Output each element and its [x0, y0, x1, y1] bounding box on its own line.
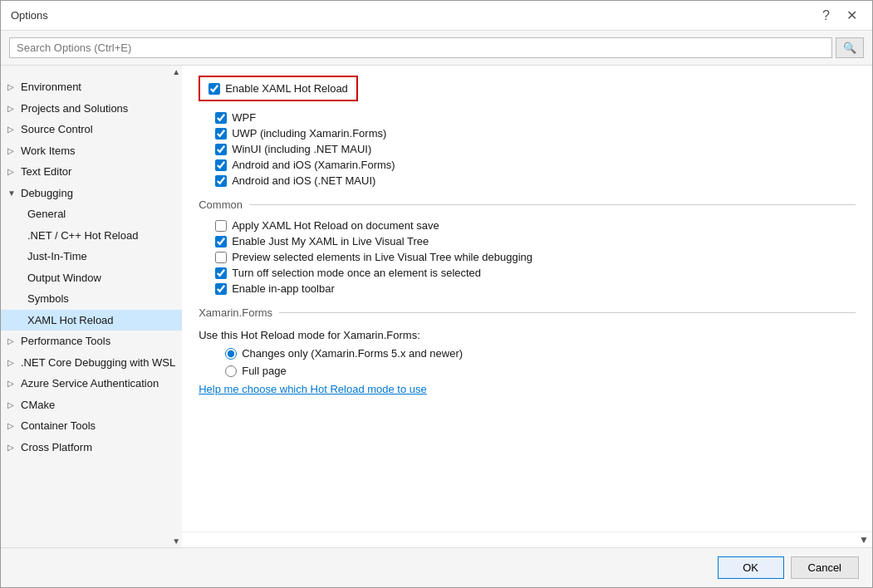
sidebar-item-debugging[interactable]: ▼ Debugging — [1, 183, 182, 204]
enable-xaml-checkbox[interactable] — [208, 83, 220, 95]
option-row-apply-on-save: Apply XAML Hot Reload on document save — [199, 218, 856, 233]
winui-checkbox[interactable] — [215, 144, 227, 155]
source-control-arrow: ▷ — [7, 123, 17, 135]
sidebar-item-general[interactable]: General — [1, 203, 182, 225]
sidebar-item-work-items[interactable]: ▷ Work Items — [1, 140, 182, 162]
preview-elements-checkbox[interactable] — [215, 252, 227, 263]
sidebar-item-environment[interactable]: ▷ Environment — [1, 76, 182, 98]
sidebar-item-azure-service-auth[interactable]: ▷ Azure Service Authentication — [1, 373, 182, 394]
sidebar-item-dotnet-cpp-hot-reload[interactable]: .NET / C++ Hot Reload — [1, 225, 182, 247]
option-row-uwp: UWP (including Xamarin.Forms) — [199, 125, 856, 141]
search-icon: 🔍 — [843, 42, 856, 54]
option-row-winui: WinUI (including .NET MAUI) — [199, 141, 856, 157]
radio-row-changes-only: Changes only (Xamarin.Forms 5.x and newe… — [199, 345, 856, 362]
sidebar-item-label: Source Control — [21, 121, 93, 138]
sidebar-item-output-window[interactable]: Output Window — [1, 267, 182, 289]
sidebar-item-just-in-time[interactable]: Just-In-Time — [1, 246, 182, 267]
sidebar-item-label: Work Items — [21, 143, 76, 159]
sidebar-item-label: .NET / C++ Hot Reload — [27, 228, 138, 244]
sidebar-item-label: Text Editor — [21, 164, 71, 180]
help-button[interactable]: ? — [817, 7, 835, 24]
turn-off-selection-checkbox[interactable] — [215, 267, 227, 279]
full-page-label[interactable]: Full page — [242, 365, 286, 377]
environment-arrow: ▷ — [7, 81, 17, 93]
container-tools-arrow: ▷ — [7, 419, 17, 432]
content-scroll-down-arrow[interactable]: ▼ — [859, 534, 869, 546]
enable-xaml-hot-reload-box: Enable XAML Hot Reload — [199, 76, 358, 101]
sidebar-item-label: CMake — [21, 397, 55, 414]
xamarin-description: Use this Hot Reload mode for Xamarin.For… — [199, 326, 856, 345]
cross-platform-arrow: ▷ — [7, 441, 17, 453]
android-ios-maui-label[interactable]: Android and iOS (.NET MAUI) — [232, 174, 375, 187]
changes-only-radio[interactable] — [225, 348, 237, 360]
in-app-toolbar-label[interactable]: Enable in-app toolbar — [232, 282, 335, 295]
scroll-up-arrow[interactable]: ▲ — [172, 67, 180, 76]
sidebar-item-text-editor[interactable]: ▷ Text Editor — [1, 161, 182, 183]
sidebar-scroll-down-area: ▼ — [1, 537, 182, 547]
dialog-title: Options — [11, 9, 48, 22]
sidebar-item-cross-platform[interactable]: ▷ Cross Platform — [1, 437, 182, 458]
content-scroll-bottom: ▼ — [182, 532, 872, 547]
sidebar-item-performance-tools[interactable]: ▷ Performance Tools — [1, 331, 182, 352]
sidebar-item-label: Projects and Solutions — [21, 100, 128, 117]
just-my-xaml-checkbox[interactable] — [215, 236, 227, 247]
sidebar-item-label: General — [27, 206, 66, 223]
android-ios-forms-checkbox[interactable] — [215, 159, 227, 171]
wpf-label[interactable]: WPF — [232, 111, 256, 124]
sidebar-item-label: Container Tools — [21, 418, 96, 434]
common-section-label: Common — [199, 198, 243, 211]
sidebar-item-label: Symbols — [27, 291, 69, 307]
in-app-toolbar-checkbox[interactable] — [215, 283, 227, 295]
option-row-android-ios-maui: Android and iOS (.NET MAUI) — [199, 173, 856, 189]
search-input[interactable] — [9, 37, 832, 58]
xamarin-section-divider: Xamarin.Forms — [199, 306, 856, 319]
option-row-preview-elements: Preview selected elements in Live Visual… — [199, 249, 856, 265]
sidebar-item-label: Output Window — [27, 270, 101, 287]
sidebar-item-xaml-hot-reload[interactable]: XAML Hot Reload — [1, 310, 182, 331]
wpf-checkbox[interactable] — [215, 112, 227, 124]
apply-on-save-label[interactable]: Apply XAML Hot Reload on document save — [232, 219, 439, 232]
sidebar-item-symbols[interactable]: Symbols — [1, 288, 182, 310]
uwp-label[interactable]: UWP (including Xamarin.Forms) — [232, 127, 386, 140]
sidebar-item-label: Performance Tools — [21, 333, 110, 350]
sidebar-item-label: .NET Core Debugging with WSL — [21, 355, 175, 371]
search-bar: 🔍 — [1, 31, 872, 66]
close-button[interactable]: ✕ — [841, 7, 862, 24]
cancel-button[interactable]: Cancel — [791, 556, 859, 579]
winui-label[interactable]: WinUI (including .NET MAUI) — [232, 143, 371, 155]
xamarin-section-label: Xamarin.Forms — [199, 306, 272, 319]
preview-elements-label[interactable]: Preview selected elements in Live Visual… — [232, 251, 532, 263]
sidebar-item-label: Environment — [21, 79, 81, 96]
changes-only-label[interactable]: Changes only (Xamarin.Forms 5.x and newe… — [242, 347, 463, 360]
sidebar-item-container-tools[interactable]: ▷ Container Tools — [1, 415, 182, 437]
options-dialog: Options ? ✕ 🔍 ▲ ▷ Environment ▷ — [0, 0, 873, 588]
sidebar-item-label: Debugging — [21, 185, 73, 202]
search-button[interactable]: 🔍 — [836, 37, 864, 58]
sidebar-item-projects-solutions[interactable]: ▷ Projects and Solutions — [1, 98, 182, 120]
sidebar-item-dotnet-core-debugging[interactable]: ▷ .NET Core Debugging with WSL — [1, 352, 182, 374]
enable-xaml-label[interactable]: Enable XAML Hot Reload — [225, 82, 348, 95]
sidebar-item-cmake[interactable]: ▷ CMake — [1, 394, 182, 416]
android-ios-maui-checkbox[interactable] — [215, 175, 227, 187]
sidebar-item-source-control[interactable]: ▷ Source Control — [1, 119, 182, 140]
just-my-xaml-label[interactable]: Enable Just My XAML in Live Visual Tree — [232, 235, 429, 247]
title-bar-controls: ? ✕ — [817, 7, 862, 24]
azure-service-arrow: ▷ — [7, 377, 17, 390]
option-row-in-app-toolbar: Enable in-app toolbar — [199, 281, 856, 296]
ok-button[interactable]: OK — [718, 556, 784, 579]
scroll-down-arrow[interactable]: ▼ — [172, 537, 180, 546]
turn-off-selection-label[interactable]: Turn off selection mode once an element … — [232, 267, 481, 279]
common-divider-line — [249, 204, 856, 205]
sidebar-items: ▷ Environment ▷ Projects and Solutions ▷… — [1, 76, 182, 537]
sidebar-item-label: Cross Platform — [21, 439, 92, 456]
common-section-divider: Common — [199, 198, 856, 211]
help-link[interactable]: Help me choose which Hot Reload mode to … — [199, 380, 856, 399]
xamarin-divider-line — [279, 312, 856, 313]
dotnet-core-arrow: ▷ — [7, 356, 17, 369]
full-page-radio[interactable] — [225, 365, 237, 377]
performance-tools-arrow: ▷ — [7, 335, 17, 347]
radio-row-full-page: Full page — [199, 362, 856, 380]
apply-on-save-checkbox[interactable] — [215, 220, 227, 232]
android-ios-forms-label[interactable]: Android and iOS (Xamarin.Forms) — [232, 159, 395, 171]
uwp-checkbox[interactable] — [215, 128, 227, 140]
